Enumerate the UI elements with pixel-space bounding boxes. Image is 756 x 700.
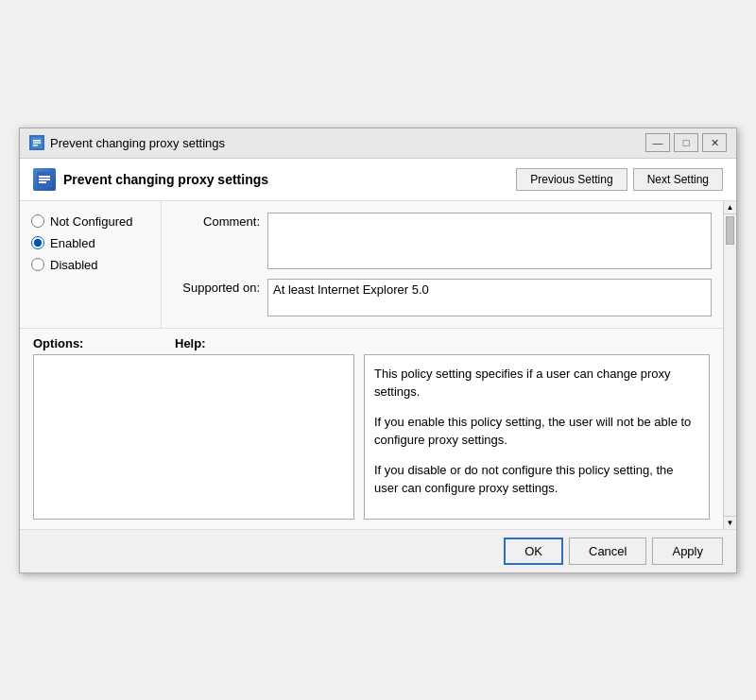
help-paragraph-3: If you disable or do not configure this … bbox=[374, 461, 699, 498]
comment-label: Comment: bbox=[175, 213, 260, 229]
left-panel: Not Configured Enabled Disabled bbox=[20, 201, 162, 328]
window-icon bbox=[29, 135, 44, 150]
header-buttons: Previous Setting Next Setting bbox=[516, 168, 723, 191]
dialog-scroll-area: Not Configured Enabled Disabled bbox=[20, 201, 736, 529]
comment-textarea[interactable] bbox=[267, 213, 712, 269]
middle-section: Options: Help: bbox=[20, 328, 723, 354]
next-setting-button[interactable]: Next Setting bbox=[633, 168, 723, 191]
enabled-radio[interactable] bbox=[31, 236, 44, 249]
bottom-panels: This policy setting specifies if a user … bbox=[20, 354, 723, 529]
policy-icon bbox=[33, 168, 56, 191]
dialog-scrollbar: ▲ ▼ bbox=[723, 201, 736, 529]
footer: OK Cancel Apply bbox=[20, 529, 736, 572]
title-bar: Prevent changing proxy settings — □ ✕ bbox=[20, 128, 736, 159]
disabled-label: Disabled bbox=[50, 258, 98, 272]
content-area: Not Configured Enabled Disabled bbox=[20, 201, 723, 328]
header-title: Prevent changing proxy settings bbox=[63, 172, 268, 187]
supported-value: At least Internet Explorer 5.0 bbox=[267, 279, 712, 316]
help-paragraph-1: This policy setting specifies if a user … bbox=[374, 365, 699, 401]
header-left: Prevent changing proxy settings bbox=[33, 168, 268, 191]
title-bar-left: Prevent changing proxy settings bbox=[29, 135, 225, 150]
window-title: Prevent changing proxy settings bbox=[50, 136, 225, 150]
help-section-label: Help: bbox=[175, 336, 710, 350]
svg-rect-6 bbox=[39, 179, 50, 180]
right-panel: Comment: Supported on: At least Internet… bbox=[162, 201, 723, 328]
minimize-button[interactable]: — bbox=[645, 133, 670, 152]
svg-rect-7 bbox=[39, 181, 46, 183]
not-configured-option[interactable]: Not Configured bbox=[31, 214, 149, 229]
disabled-radio[interactable] bbox=[31, 258, 44, 271]
svg-rect-5 bbox=[39, 176, 50, 178]
svg-rect-3 bbox=[33, 145, 38, 146]
disabled-option[interactable]: Disabled bbox=[31, 258, 149, 272]
scrollbar-track bbox=[724, 214, 736, 516]
not-configured-label: Not Configured bbox=[50, 214, 132, 229]
supported-label: Supported on: bbox=[175, 279, 260, 295]
radio-group: Not Configured Enabled Disabled bbox=[31, 214, 149, 272]
help-paragraph-2: If you enable this policy setting, the u… bbox=[374, 413, 699, 450]
main-window: Prevent changing proxy settings — □ ✕ Pr… bbox=[19, 128, 737, 573]
title-controls: — □ ✕ bbox=[645, 133, 727, 152]
ok-button[interactable]: OK bbox=[504, 538, 563, 565]
not-configured-radio[interactable] bbox=[31, 214, 44, 228]
svg-rect-1 bbox=[33, 140, 41, 142]
options-section-label: Options: bbox=[33, 336, 175, 350]
cancel-button[interactable]: Cancel bbox=[569, 538, 646, 565]
scroll-up-button[interactable]: ▲ bbox=[724, 201, 736, 214]
apply-button[interactable]: Apply bbox=[652, 538, 723, 565]
maximize-button[interactable]: □ bbox=[674, 133, 698, 152]
svg-rect-2 bbox=[33, 143, 41, 145]
scrollbar-thumb[interactable] bbox=[726, 216, 734, 245]
comment-row: Comment: bbox=[175, 213, 712, 269]
dialog-inner: Not Configured Enabled Disabled bbox=[20, 201, 723, 529]
help-panel: This policy setting specifies if a user … bbox=[364, 354, 710, 520]
header-area: Prevent changing proxy settings Previous… bbox=[20, 159, 736, 201]
options-panel bbox=[33, 354, 354, 520]
close-button[interactable]: ✕ bbox=[702, 133, 727, 152]
enabled-option[interactable]: Enabled bbox=[31, 236, 149, 250]
scroll-down-button[interactable]: ▼ bbox=[724, 516, 736, 529]
enabled-label: Enabled bbox=[50, 236, 95, 250]
previous-setting-button[interactable]: Previous Setting bbox=[516, 168, 627, 191]
supported-row: Supported on: At least Internet Explorer… bbox=[175, 279, 712, 316]
